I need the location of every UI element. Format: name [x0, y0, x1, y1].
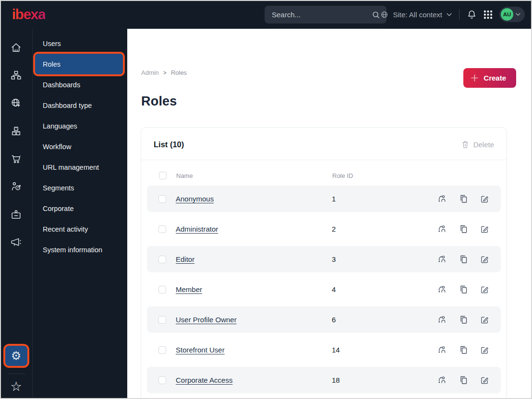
copy-button[interactable] [459, 315, 468, 324]
home-icon[interactable] [10, 42, 22, 54]
copy-button[interactable] [459, 194, 468, 203]
content-tree-icon[interactable] [10, 70, 22, 82]
corporate-badge-icon[interactable] [10, 209, 22, 221]
copy-button[interactable] [459, 376, 468, 385]
copy-icon [459, 194, 468, 203]
table-row: Editor 3 [147, 246, 501, 272]
table-row: Company admin 19 [147, 397, 501, 399]
copy-icon [459, 345, 468, 354]
row-checkbox[interactable] [158, 376, 166, 384]
admin-settings-tab[interactable]: ⚙ [5, 346, 27, 366]
chevron-down-icon [516, 13, 520, 16]
globe-icon [380, 11, 388, 19]
assign-users-icon [437, 224, 447, 234]
role-id-value: 14 [332, 346, 437, 354]
row-checkbox[interactable] [158, 316, 166, 324]
sidebar-item[interactable]: Users [33, 33, 127, 54]
sidebar-item[interactable]: Corporate [33, 198, 127, 219]
role-id-value: 3 [332, 255, 437, 263]
edit-button[interactable] [480, 255, 489, 264]
copy-button[interactable] [459, 285, 468, 294]
assign-users-button[interactable] [437, 345, 447, 354]
row-actions [437, 194, 489, 203]
assign-users-icon [437, 255, 447, 264]
table-row: Administrator 2 [147, 216, 501, 242]
search-input[interactable] [265, 11, 372, 19]
list-title: List (10) [154, 140, 184, 149]
breadcrumb-item-roles: Roles [171, 69, 187, 76]
role-name-link[interactable]: Member [176, 285, 332, 293]
product-catalog-icon[interactable] [10, 125, 22, 137]
marketing-megaphone-icon[interactable] [10, 236, 22, 248]
user-menu[interactable]: AU [499, 7, 525, 22]
assign-users-button[interactable] [437, 194, 447, 203]
sidebar-item[interactable]: Roles [35, 54, 123, 74]
select-all-checkbox[interactable] [159, 172, 167, 179]
assign-users-button[interactable] [437, 255, 447, 264]
sidebar-item[interactable]: Workflow [33, 136, 127, 157]
copy-button[interactable] [459, 345, 468, 354]
create-button[interactable]: Create [463, 68, 516, 88]
personalization-icon[interactable] [10, 181, 22, 193]
row-actions [437, 315, 489, 324]
role-id-value: 6 [332, 316, 437, 324]
edit-button[interactable] [480, 224, 489, 234]
assign-users-button[interactable] [437, 285, 447, 294]
role-name-link[interactable]: Corporate Access [176, 376, 332, 384]
roles-list-card: List (10) Delete Name Role ID [141, 127, 507, 399]
copy-icon [459, 224, 468, 234]
assign-users-button[interactable] [437, 315, 447, 324]
table-row: Corporate Access 18 [147, 367, 501, 393]
ibexa-logo: ibexa [12, 6, 45, 23]
delete-button[interactable]: Delete [461, 141, 494, 149]
edit-icon [480, 194, 489, 203]
copy-button[interactable] [459, 224, 468, 234]
list-card-header: List (10) Delete [141, 128, 507, 160]
role-name-link[interactable]: Administrator [176, 225, 332, 233]
edit-icon [480, 285, 489, 294]
role-name-link[interactable]: User Profile Owner [176, 316, 332, 324]
column-header-name: Name [176, 172, 332, 179]
global-search[interactable] [265, 6, 387, 23]
sidebar-item[interactable]: Dashboards [33, 74, 127, 95]
row-checkbox[interactable] [158, 195, 166, 203]
assign-users-button[interactable] [437, 376, 447, 385]
site-context-selector[interactable]: Site: All context [380, 11, 452, 19]
sidebar-item[interactable]: Dashboard type [33, 95, 127, 116]
row-checkbox[interactable] [158, 256, 166, 263]
row-actions [437, 224, 489, 234]
edit-button[interactable] [480, 194, 489, 203]
role-name-link[interactable]: Editor [176, 255, 332, 263]
sidebar-item[interactable]: Languages [33, 116, 127, 136]
copy-icon [459, 285, 468, 294]
edit-button[interactable] [480, 376, 489, 385]
row-checkbox[interactable] [158, 346, 166, 354]
copy-icon [459, 315, 468, 324]
grid-icon [484, 11, 492, 19]
role-name-link[interactable]: Storefront User [176, 346, 332, 354]
row-checkbox[interactable] [158, 286, 166, 293]
copy-icon [459, 255, 468, 264]
notifications-button[interactable] [467, 10, 477, 20]
edit-button[interactable] [480, 315, 489, 324]
commerce-cart-icon[interactable] [10, 153, 22, 165]
row-checkbox[interactable] [158, 225, 166, 233]
copy-button[interactable] [459, 255, 468, 264]
breadcrumb-item-admin[interactable]: Admin [141, 69, 159, 76]
edit-button[interactable] [480, 285, 489, 294]
row-actions [437, 255, 489, 264]
edit-icon [480, 345, 489, 354]
site-globe-icon[interactable] [10, 97, 22, 109]
app-switcher-button[interactable] [484, 11, 492, 19]
bookmarks-star-icon[interactable]: ☆ [10, 380, 22, 395]
table-body: Anonymous 1 [141, 186, 507, 399]
role-name-link[interactable]: Anonymous [176, 195, 332, 203]
table-row: User Profile Owner 6 [147, 306, 501, 333]
sidebar-item[interactable]: Recent activity [33, 219, 127, 239]
edit-button[interactable] [480, 345, 489, 354]
sidebar-item[interactable]: System information [33, 239, 127, 260]
assign-users-button[interactable] [437, 224, 447, 234]
sidebar-item[interactable]: Segments [33, 177, 127, 198]
sidebar-item[interactable]: URL management [33, 157, 127, 177]
copy-icon [459, 376, 468, 385]
